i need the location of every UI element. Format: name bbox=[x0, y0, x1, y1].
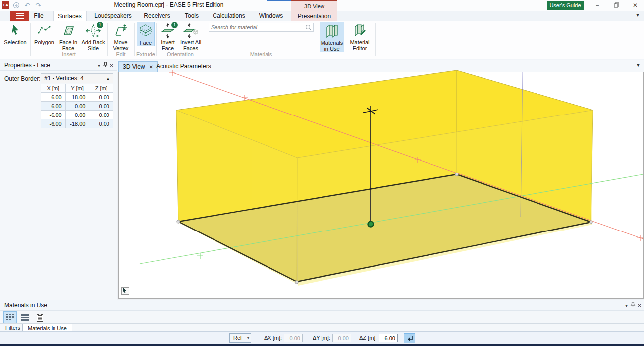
restore-button[interactable] bbox=[609, 0, 624, 11]
pin-icon[interactable] bbox=[102, 62, 108, 69]
face-in-face-button[interactable]: Face in Face bbox=[57, 22, 80, 51]
outer-border-label: Outer Border: bbox=[4, 75, 41, 82]
polygon-icon bbox=[36, 23, 52, 39]
document-tab-row: 3D View✕ Acoustic Parameters ▼ bbox=[117, 60, 644, 72]
coordinate-mode-select[interactable]: Rel ▾ bbox=[229, 333, 251, 343]
properties-panel-title: Properties - Face bbox=[4, 62, 50, 69]
selection-button[interactable]: Selection bbox=[2, 22, 28, 45]
dy-label: ΔY [m]: bbox=[313, 335, 330, 341]
outer-border-combo[interactable]: #1 - Vertices: 4 ▲ bbox=[41, 73, 113, 83]
document-area: 3D View✕ Acoustic Parameters ▼ bbox=[117, 60, 644, 300]
enter-arrow-icon bbox=[406, 335, 414, 342]
add-back-side-button[interactable]: 1 Add Back Side bbox=[81, 22, 106, 51]
add-back-side-badge: 1 bbox=[97, 22, 103, 28]
group-label-materials: Materials bbox=[209, 51, 314, 57]
properties-panel-header: Properties - Face ▾ ✕ bbox=[0, 60, 117, 71]
group-label-extrude: Extrude bbox=[135, 51, 156, 57]
materials-in-use-button[interactable]: Materials in Use bbox=[320, 22, 344, 52]
extrude-face-button[interactable]: Face bbox=[137, 22, 155, 46]
materials-panel-header: Materials in Use ▾ ✕ bbox=[0, 300, 644, 311]
grid-view-icon bbox=[6, 314, 14, 321]
main-menu-button[interactable] bbox=[10, 11, 29, 21]
extrude-face-icon bbox=[138, 23, 154, 39]
dz-label: ΔZ [m]: bbox=[359, 335, 376, 341]
invert-all-faces-icon bbox=[183, 23, 199, 39]
ease5-window: EA ↶ ↷ Meeting Room.eprj - EASE 5 First … bbox=[0, 0, 644, 346]
dz-input[interactable] bbox=[379, 334, 398, 342]
grid-view-button[interactable] bbox=[3, 311, 17, 323]
material-search-box[interactable] bbox=[209, 23, 314, 32]
materials-in-use-panel: Materials in Use ▾ ✕ bbox=[0, 300, 644, 331]
selection-cursor-icon bbox=[7, 23, 23, 39]
materials-panel-title: Materials in Use bbox=[4, 302, 47, 309]
contextual-group-strip bbox=[291, 0, 337, 1]
dx-label: ΔX [m]: bbox=[264, 335, 282, 341]
redo-icon[interactable]: ↷ bbox=[33, 0, 43, 10]
table-row[interactable]: 6.000.000.00 bbox=[41, 102, 113, 111]
cursor-icon bbox=[122, 288, 128, 293]
invert-all-faces-button[interactable]: Invert All Faces bbox=[179, 22, 203, 51]
pin-icon[interactable] bbox=[630, 302, 636, 309]
tab-file[interactable]: File bbox=[30, 11, 48, 21]
clipboard-icon bbox=[37, 314, 43, 322]
group-label-insert: Insert bbox=[32, 51, 106, 57]
viewport-cursor-mode-button[interactable] bbox=[121, 287, 129, 295]
invert-face-icon: 1 bbox=[160, 23, 176, 39]
table-header-row: X [m] Y [m] Z [m] bbox=[41, 84, 113, 93]
tab-receivers[interactable]: Receivers bbox=[140, 11, 174, 21]
dy-input[interactable] bbox=[332, 334, 351, 342]
collapse-up-icon: ▲ bbox=[106, 74, 110, 83]
tab-acoustic-parameters[interactable]: Acoustic Parameters bbox=[152, 61, 215, 72]
panel-menu-icon[interactable]: ▾ bbox=[96, 62, 102, 69]
list-view-icon bbox=[21, 314, 29, 321]
properties-panel: Properties - Face ▾ ✕ Outer Border: #1 -… bbox=[0, 60, 117, 300]
3d-scene[interactable] bbox=[119, 72, 643, 298]
tab-calculations[interactable]: Calculations bbox=[211, 11, 247, 21]
window-list-icon[interactable]: ▼ bbox=[636, 62, 641, 68]
save-icon[interactable] bbox=[11, 0, 21, 10]
ribbon: Selection Polygon Face in Face 1 Add Bac… bbox=[0, 21, 644, 59]
report-button[interactable] bbox=[33, 311, 47, 323]
polygon-button[interactable]: Polygon bbox=[32, 22, 56, 45]
material-search-input[interactable] bbox=[211, 24, 303, 31]
tab-surfaces[interactable]: Surfaces bbox=[53, 11, 87, 21]
doc-accent-strip bbox=[267, 0, 291, 1]
panel-close-icon[interactable]: ✕ bbox=[108, 62, 115, 69]
panel-close-icon[interactable]: ✕ bbox=[636, 302, 643, 309]
tab-loudspeakers[interactable]: Loudspeakers bbox=[92, 11, 134, 21]
contextual-tab-group[interactable]: 3D View Presentation bbox=[291, 1, 337, 21]
window-bottom-edge bbox=[0, 344, 644, 346]
tab-windows[interactable]: Windows bbox=[257, 11, 285, 21]
y-axis-ticks bbox=[197, 253, 203, 259]
material-editor-icon bbox=[352, 23, 368, 39]
material-editor-button[interactable]: Material Editor bbox=[347, 22, 372, 51]
apply-extrude-button[interactable] bbox=[404, 333, 415, 343]
dx-input[interactable] bbox=[284, 334, 303, 342]
materials-toolbar bbox=[0, 311, 644, 324]
3d-viewport[interactable] bbox=[118, 72, 644, 299]
contextual-group-name: 3D View bbox=[291, 3, 337, 9]
undo-icon[interactable]: ↶ bbox=[22, 0, 32, 10]
close-button[interactable]: ✕ bbox=[628, 0, 643, 11]
users-guide-button[interactable]: User's Guide bbox=[547, 1, 584, 10]
app-logo-icon: EA bbox=[2, 1, 9, 9]
materials-in-use-icon bbox=[324, 23, 340, 39]
face-in-face-icon bbox=[60, 23, 76, 39]
tab-presentation[interactable]: Presentation bbox=[291, 13, 337, 20]
add-back-side-icon: 1 bbox=[85, 23, 101, 39]
list-view-button[interactable] bbox=[18, 311, 32, 323]
table-row[interactable]: -6.00-18.000.00 bbox=[41, 119, 113, 128]
table-row[interactable]: 6.00-18.000.00 bbox=[41, 93, 113, 102]
origin-point[interactable] bbox=[368, 222, 374, 227]
move-vertex-button[interactable]: Move Vertex bbox=[109, 22, 132, 51]
window-title: Meeting Room.eprj - EASE 5 First Edition bbox=[75, 1, 263, 8]
ribbon-collapse-icon[interactable]: ▾ bbox=[634, 11, 642, 21]
panel-menu-icon[interactable]: ▾ bbox=[623, 302, 630, 309]
move-vertex-icon bbox=[113, 23, 129, 39]
invert-face-button[interactable]: 1 Invert Face bbox=[158, 22, 178, 51]
tab-tools[interactable]: Tools bbox=[181, 11, 202, 21]
materials-bottom-tabs: Filters Materials in Use bbox=[0, 323, 644, 332]
minimize-button[interactable]: − bbox=[590, 0, 605, 11]
combo-caret-icon: ▾ bbox=[247, 334, 249, 342]
table-row[interactable]: -6.000.000.00 bbox=[41, 111, 113, 119]
